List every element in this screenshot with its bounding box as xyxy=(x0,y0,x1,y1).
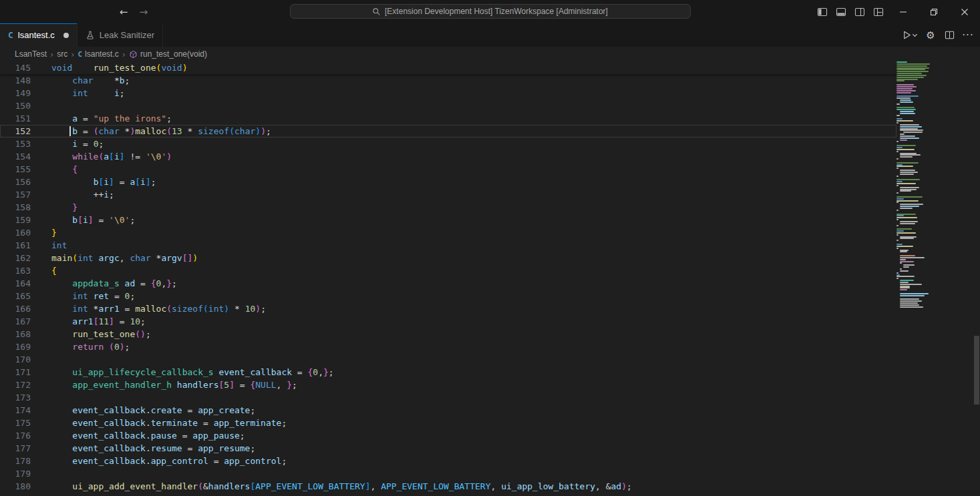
minimize-button[interactable] xyxy=(888,0,919,23)
code-line[interactable]: 174 event_callback.create = app_create; xyxy=(0,404,896,417)
code-line[interactable]: 165 int ret = 0; xyxy=(0,290,896,302)
scrollbar-thumb[interactable] xyxy=(974,336,979,405)
line-number[interactable]: 176 xyxy=(0,429,31,442)
code-line[interactable]: 158 } xyxy=(0,201,896,214)
code-line[interactable]: 150 xyxy=(0,99,896,112)
editor-actions: ⚙ ··· xyxy=(900,23,976,47)
line-number[interactable]: 159 xyxy=(0,214,31,226)
restore-button[interactable] xyxy=(919,0,949,23)
code-line[interactable]: 163{ xyxy=(0,264,896,277)
line-number[interactable]: 177 xyxy=(0,442,31,455)
line-number[interactable]: 168 xyxy=(0,328,31,340)
breadcrumb-separator-icon: › xyxy=(70,49,75,59)
breadcrumb-item-file[interactable]: C lsantest.c xyxy=(77,49,118,59)
line-number[interactable]: 166 xyxy=(0,302,31,315)
code-line[interactable]: 153 i = 0; xyxy=(0,138,896,150)
code-line[interactable]: 155 { xyxy=(0,163,896,176)
code-line[interactable]: 168 run_test_one(); xyxy=(0,328,896,340)
line-number[interactable]: 156 xyxy=(0,176,31,188)
code-line[interactable]: 177 event_callback.resume = app_resume; xyxy=(0,442,896,455)
line-number[interactable]: 172 xyxy=(0,379,31,391)
forward-button[interactable]: → xyxy=(135,4,152,20)
line-number[interactable]: 174 xyxy=(0,404,31,417)
breadcrumb-item-src[interactable]: src xyxy=(57,49,67,59)
code-line[interactable]: 166 int *arr1 = malloc(sizeof(int) * 10)… xyxy=(0,302,896,315)
modified-dot-icon[interactable] xyxy=(63,33,69,38)
code-line[interactable]: 149 int i; xyxy=(0,87,896,99)
back-button[interactable]: ← xyxy=(115,4,132,20)
minimize-icon xyxy=(899,8,907,16)
command-center-search[interactable]: [Extension Development Host] TizenWorksp… xyxy=(290,4,691,19)
line-number[interactable]: 152 xyxy=(0,125,31,138)
breadcrumb-item-workspace[interactable]: LsanTest xyxy=(15,49,47,59)
code-line[interactable]: 171 ui_app_lifecycle_callback_s event_ca… xyxy=(0,366,896,379)
code-line[interactable]: 164 appdata_s ad = {0,}; xyxy=(0,277,896,290)
line-number[interactable]: 178 xyxy=(0,455,31,467)
toggle-secondary-sidebar-button[interactable] xyxy=(850,4,869,20)
line-number[interactable]: 150 xyxy=(0,99,31,112)
code-line[interactable]: 167 arr1[11] = 10; xyxy=(0,315,896,328)
code-line[interactable]: 157 ++i; xyxy=(0,188,896,201)
code-line[interactable]: 175 event_callback.terminate = app_termi… xyxy=(0,417,896,429)
more-actions-button[interactable]: ··· xyxy=(960,27,976,43)
gear-icon: ⚙ xyxy=(926,29,935,41)
line-number[interactable]: 157 xyxy=(0,188,31,201)
line-number[interactable]: 162 xyxy=(0,252,31,264)
code-line[interactable]: 148 char *b; xyxy=(0,74,896,87)
line-text: return (0); xyxy=(51,340,130,353)
code-line[interactable]: 178 event_callback.app_control = app_con… xyxy=(0,455,896,467)
editor-scrollbar[interactable] xyxy=(973,61,980,496)
code-line[interactable]: 162main(int argc, char *argv[]) xyxy=(0,252,896,264)
line-number[interactable]: 164 xyxy=(0,277,31,290)
tab-lsantest-c[interactable]: C lsantest.c xyxy=(0,23,77,47)
code-line[interactable]: 161int xyxy=(0,239,896,252)
toggle-primary-sidebar-button[interactable] xyxy=(813,4,832,20)
gear-button[interactable]: ⚙ xyxy=(923,27,939,43)
line-number[interactable]: 173 xyxy=(0,391,31,404)
line-number[interactable]: 169 xyxy=(0,340,31,353)
line-number[interactable]: 163 xyxy=(0,264,31,277)
tab-leak-sanitizer[interactable]: Leak Sanitizer xyxy=(77,23,163,47)
ellipsis-icon: ··· xyxy=(962,29,973,41)
customize-layout-button[interactable] xyxy=(869,4,888,20)
breadcrumb-item-symbol[interactable]: run_test_one(void) xyxy=(129,49,207,59)
line-number[interactable]: 151 xyxy=(0,112,31,125)
code-line[interactable]: 180 ui_app_add_event_handler(&handlers[A… xyxy=(0,480,896,493)
code-line[interactable]: 170 xyxy=(0,353,896,366)
line-number[interactable]: 153 xyxy=(0,138,31,150)
code-line[interactable]: 151 a = "up the irons"; xyxy=(0,112,896,125)
code-line[interactable]: 176 event_callback.pause = app_pause; xyxy=(0,429,896,442)
minimap[interactable] xyxy=(896,61,973,310)
line-number[interactable]: 148 xyxy=(0,74,31,87)
line-number[interactable]: 170 xyxy=(0,353,31,366)
run-debug-button[interactable] xyxy=(900,27,920,43)
line-number[interactable]: 154 xyxy=(0,150,31,163)
code-line[interactable]: 160} xyxy=(0,226,896,239)
split-editor-button[interactable] xyxy=(941,27,957,43)
line-number[interactable]: 160 xyxy=(0,226,31,239)
c-file-icon: C xyxy=(77,50,82,59)
line-number[interactable]: 165 xyxy=(0,290,31,302)
close-window-button[interactable] xyxy=(949,0,980,23)
line-text: b[i] = '\0'; xyxy=(51,214,135,226)
code-line[interactable]: 159 b[i] = '\0'; xyxy=(0,214,896,226)
code-line[interactable]: 179 xyxy=(0,467,896,480)
line-number[interactable]: 180 xyxy=(0,480,31,493)
code-line[interactable]: 173 xyxy=(0,391,896,404)
code-line[interactable]: 152 b = (char *)malloc(13 * sizeof(char)… xyxy=(0,125,896,138)
line-number[interactable]: 175 xyxy=(0,417,31,429)
sticky-scroll-line[interactable]: 145 void run_test_one(void) xyxy=(0,61,896,74)
line-number[interactable]: 158 xyxy=(0,201,31,214)
line-number[interactable]: 171 xyxy=(0,366,31,379)
line-number[interactable]: 155 xyxy=(0,163,31,176)
code-line[interactable]: 154 while(a[i] != '\0') xyxy=(0,150,896,163)
line-number[interactable]: 149 xyxy=(0,87,31,99)
code-editor[interactable]: 145 void run_test_one(void) 148 char *b;… xyxy=(0,61,980,496)
line-number[interactable]: 167 xyxy=(0,315,31,328)
toggle-panel-button[interactable] xyxy=(832,4,850,20)
code-line[interactable]: 172 app_event_handler_h handlers[5] = {N… xyxy=(0,379,896,391)
code-line[interactable]: 169 return (0); xyxy=(0,340,896,353)
line-number[interactable]: 179 xyxy=(0,467,31,480)
line-number[interactable]: 161 xyxy=(0,239,31,252)
code-line[interactable]: 156 b[i] = a[i]; xyxy=(0,176,896,188)
